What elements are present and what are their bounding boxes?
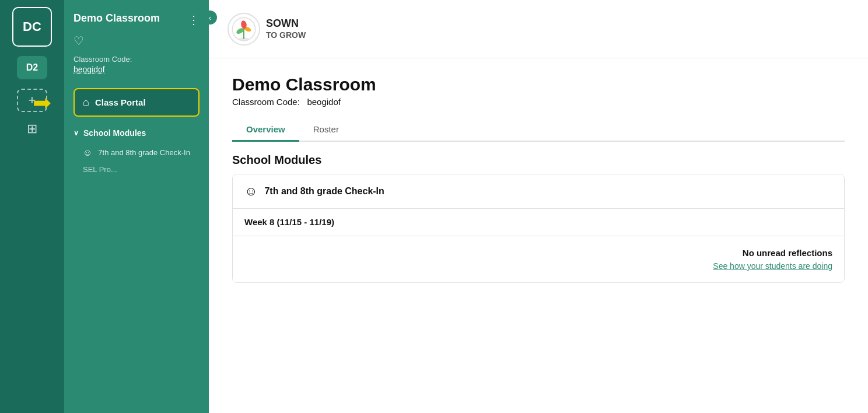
top-header: SOWN TO GROW [209, 0, 868, 58]
arrow-pointer: ➡ [33, 90, 51, 116]
nav-module-sel[interactable]: SEL Pro... [74, 163, 200, 176]
module-name: 7th and 8th grade Check-In [264, 186, 384, 197]
sidebar-classroom-code: Classroom Code: beogidof [64, 52, 209, 83]
checkin-icon: ☺ [83, 147, 92, 159]
sidebar-classroom-name: Demo Classroom [74, 12, 160, 25]
logo-icon [228, 13, 260, 46]
main-content: SOWN TO GROW Demo Classroom Classroom Co… [209, 0, 868, 413]
module-card-header[interactable]: ☺ 7th and 8th grade Check-In [233, 174, 844, 209]
plant-svg [231, 16, 257, 42]
class-portal-label: Class Portal [95, 97, 146, 107]
nav-module-sel-label: SEL Pro... [83, 165, 117, 174]
collapse-sidebar-button[interactable]: ‹ [203, 10, 217, 24]
school-modules-section-title: School Modules [232, 142, 845, 174]
school-modules-nav-label: School Modules [83, 128, 146, 138]
classroom-code-value[interactable]: beogidof [74, 65, 200, 74]
sidebar-more-menu-button[interactable]: ⋮ [188, 12, 200, 27]
nav-module-checkin-label: 7th and 8th grade Check-In [98, 148, 190, 158]
home-icon: ⌂ [83, 96, 89, 108]
logo-to-grow: TO GROW [266, 30, 306, 40]
classroom-code-label: Classroom Code: [74, 55, 200, 64]
school-modules-nav-header[interactable]: ∨ School Modules [74, 128, 200, 138]
dc-avatar[interactable]: DC [12, 7, 52, 47]
module-emoji: ☺ [244, 184, 257, 199]
nav-module-checkin[interactable]: ☺ 7th and 8th grade Check-In [74, 144, 200, 163]
tab-roster[interactable]: Roster [299, 118, 353, 142]
no-reflections-text: No unread reflections [743, 248, 832, 258]
logo-text: SOWN TO GROW [266, 18, 306, 40]
module-card-checkin: ☺ 7th and 8th grade Check-In Week 8 (11/… [232, 174, 845, 283]
logo-sown: SOWN [266, 18, 306, 30]
heart-icon[interactable]: ♡ [74, 34, 84, 47]
module-reflection-row: No unread reflections See how your stude… [233, 236, 844, 282]
chevron-down-icon: ∨ [74, 129, 79, 137]
school-modules-nav: ∨ School Modules ☺ 7th and 8th grade Che… [64, 121, 209, 181]
icon-rail: DC D2 + ⊞ [0, 0, 64, 413]
module-week-row: Week 8 (11/15 - 11/19) [233, 209, 844, 236]
class-portal-nav-item[interactable]: ⌂ Class Portal [74, 88, 200, 117]
tab-overview[interactable]: Overview [232, 118, 299, 142]
tabs-row: Overview Roster [232, 118, 845, 142]
classroom-code-value-main: beogidof [307, 97, 341, 107]
page-title: Demo Classroom [232, 75, 845, 94]
heart-row: ♡ [64, 32, 209, 52]
module-week-label: Week 8 (11/15 - 11/19) [244, 217, 334, 227]
sidebar-header: Demo Classroom ⋮ [64, 0, 209, 32]
classroom-code-line: Classroom Code: beogidof [232, 97, 845, 107]
see-students-link[interactable]: See how your students are doing [713, 261, 832, 271]
classroom-code-label-main: Classroom Code: [232, 97, 300, 107]
page-body: Demo Classroom Classroom Code: beogidof … [209, 58, 868, 413]
d2-badge[interactable]: D2 [17, 56, 47, 79]
sidebar: ‹ Demo Classroom ⋮ ♡ Classroom Code: beo… [64, 0, 209, 413]
logo-area: SOWN TO GROW [228, 13, 306, 46]
grid-icon[interactable]: ⊞ [27, 121, 37, 136]
class-portal-wrapper: ➡ ⌂ Class Portal [69, 86, 204, 119]
